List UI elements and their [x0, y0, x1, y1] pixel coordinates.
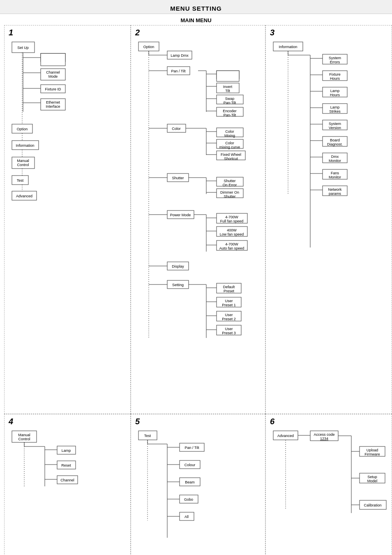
- svg-text:Set Up: Set Up: [17, 46, 29, 50]
- svg-text:Color: Color: [225, 141, 234, 145]
- panel-6: 6 Advanced Access code 1234 Upload Firmw…: [265, 414, 392, 555]
- svg-text:Invert: Invert: [223, 85, 233, 89]
- svg-text:Channel: Channel: [46, 70, 60, 74]
- svg-text:Pan-Tilt: Pan-Tilt: [224, 101, 236, 105]
- svg-text:Control: Control: [18, 437, 30, 441]
- panel-6-number: 6: [270, 417, 274, 426]
- svg-text:Setup: Setup: [367, 475, 377, 479]
- svg-text:All: All: [184, 515, 189, 519]
- svg-text:params: params: [329, 192, 341, 196]
- page-header: MENU SETTING: [0, 0, 392, 14]
- svg-text:Lamp Dmx: Lamp Dmx: [171, 53, 189, 58]
- svg-text:User: User: [225, 313, 233, 317]
- svg-text:Dmx: Dmx: [331, 155, 339, 159]
- svg-text:Pan / Tilt: Pan / Tilt: [171, 69, 186, 73]
- panel-3-diagram: Information System Errors Fixture Hours …: [269, 30, 388, 276]
- svg-text:Board: Board: [330, 138, 340, 142]
- svg-text:Beam: Beam: [185, 480, 195, 484]
- svg-text:Mode: Mode: [48, 74, 58, 79]
- svg-text:Upload: Upload: [367, 448, 378, 452]
- svg-text:4-700W: 4-700W: [225, 242, 238, 246]
- panel-5-number: 5: [135, 417, 140, 426]
- svg-text:Lamp: Lamp: [330, 105, 340, 109]
- svg-text:User: User: [225, 327, 233, 331]
- svg-text:Control: Control: [17, 163, 29, 167]
- svg-text:400W: 400W: [227, 228, 237, 232]
- svg-text:Test: Test: [17, 178, 24, 183]
- svg-text:User: User: [225, 299, 233, 303]
- svg-text:Dimmer On: Dimmer On: [220, 190, 239, 194]
- svg-text:System: System: [329, 122, 341, 126]
- svg-text:mixing curve: mixing curve: [219, 145, 240, 149]
- svg-text:Diagnost.: Diagnost.: [327, 142, 343, 146]
- panel-2: 2 Option Lamp Dmx Pan / Tilt Inver: [131, 25, 265, 414]
- svg-text:Display: Display: [172, 264, 184, 268]
- main-title: MENU SETTING: [0, 5, 392, 12]
- svg-text:Interface: Interface: [46, 104, 60, 109]
- svg-text:Color: Color: [172, 127, 181, 131]
- svg-text:System: System: [329, 56, 341, 60]
- svg-text:4-700W: 4-700W: [225, 215, 238, 219]
- svg-text:Mixing: Mixing: [224, 134, 235, 138]
- panel-4: 4 Manual Control Lamp Reset Channel: [4, 414, 131, 555]
- svg-text:Fixture: Fixture: [329, 72, 341, 76]
- svg-text:Low fan speed: Low fan speed: [220, 232, 244, 236]
- svg-text:Lamp: Lamp: [330, 89, 340, 93]
- panel-4-diagram: Manual Control Lamp Reset Channel: [8, 419, 127, 542]
- svg-text:Fixed Wheel: Fixed Wheel: [221, 153, 241, 157]
- svg-text:Hours: Hours: [330, 76, 340, 81]
- svg-text:Full fan speed: Full fan speed: [220, 219, 244, 223]
- svg-rect-50: [217, 71, 239, 81]
- panel-5: 5 Test Pan / Tilt Colour Beam Gobo: [131, 414, 265, 555]
- svg-text:Model: Model: [367, 479, 378, 483]
- svg-text:Fans: Fans: [331, 171, 339, 175]
- svg-text:Preset: Preset: [224, 289, 235, 293]
- svg-text:Manual: Manual: [18, 433, 30, 437]
- svg-rect-7: [41, 53, 65, 66]
- svg-text:Advanced: Advanced: [277, 434, 294, 438]
- svg-text:Information: Information: [279, 45, 297, 49]
- svg-text:Auto fan speed: Auto fan speed: [219, 246, 244, 250]
- svg-text:Option: Option: [17, 127, 28, 131]
- section-title: MAIN MENU: [0, 14, 392, 25]
- svg-text:Pan / Tilt: Pan / Tilt: [184, 446, 199, 450]
- svg-text:Lamp: Lamp: [62, 449, 71, 453]
- panel-1: 1 Set Up Dmx Address Channel Mode Fixtur…: [4, 25, 131, 414]
- svg-text:Pan-Tilt: Pan-Tilt: [224, 113, 236, 117]
- svg-text:Ethernet: Ethernet: [46, 100, 60, 104]
- svg-text:Access code: Access code: [314, 432, 334, 437]
- panel-6-diagram: Advanced Access code 1234 Upload Firmwar…: [269, 419, 388, 555]
- svg-text:Shutter: Shutter: [224, 179, 235, 183]
- svg-text:Reset: Reset: [61, 463, 71, 467]
- svg-text:On Error: On Error: [223, 183, 237, 187]
- svg-text:Network: Network: [328, 187, 342, 192]
- svg-text:Monitor: Monitor: [329, 159, 341, 163]
- svg-text:Strikes: Strikes: [329, 109, 341, 113]
- svg-text:Calibration: Calibration: [364, 503, 381, 507]
- svg-text:Color: Color: [225, 130, 234, 134]
- svg-text:Advanced: Advanced: [16, 194, 32, 198]
- svg-text:Default: Default: [223, 285, 235, 289]
- svg-text:Colour: Colour: [184, 463, 196, 467]
- svg-text:Gobo: Gobo: [184, 497, 193, 502]
- svg-text:Power Mode: Power Mode: [170, 213, 191, 217]
- svg-text:Preset 2: Preset 2: [222, 317, 236, 321]
- svg-text:Version: Version: [329, 126, 341, 130]
- panel-3-number: 3: [270, 28, 274, 37]
- svg-text:Shortcut: Shortcut: [224, 157, 238, 161]
- svg-text:1234: 1234: [320, 437, 328, 441]
- svg-text:Manual: Manual: [17, 159, 29, 163]
- svg-text:Encoder: Encoder: [223, 109, 237, 113]
- panel-1-number: 1: [9, 28, 13, 37]
- svg-text:Preset 3: Preset 3: [222, 331, 236, 335]
- svg-text:Swap: Swap: [225, 97, 235, 101]
- svg-text:Tilt: Tilt: [225, 89, 230, 93]
- panel-3: 3 Information System Errors Fixture Hour…: [265, 25, 392, 414]
- svg-text:Preset 1: Preset 1: [222, 303, 236, 307]
- svg-text:Firmware: Firmware: [364, 452, 380, 456]
- svg-text:Errors: Errors: [330, 60, 340, 64]
- svg-text:Hours: Hours: [330, 93, 340, 97]
- panel-2-diagram: Option Lamp Dmx Pan / Tilt Invert Pan: [134, 30, 262, 408]
- svg-text:Shutter: Shutter: [224, 194, 235, 199]
- panel-1-diagram: Set Up Dmx Address Channel Mode Fixture …: [8, 30, 127, 252]
